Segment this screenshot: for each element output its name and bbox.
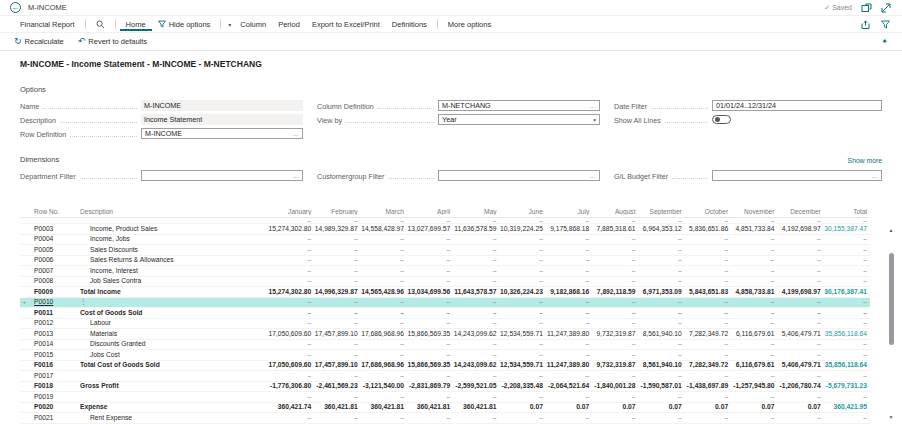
amount-cell[interactable]: 7,892,118.59 [592,287,638,298]
table-row[interactable]: P0008Job Sales Contra––––––––––––– [20,277,870,288]
amount-cell[interactable]: 12,534,559.71 [500,360,546,371]
table-row[interactable]: P0006Sales Returns & Allowances–––––––––… [20,256,870,267]
back-button[interactable]: ← [10,2,21,13]
row-definition-field[interactable]: M-INCOME … [141,128,303,139]
row-no-cell[interactable]: P0020 [34,402,80,413]
amount-cell[interactable]: 8,561,940.10 [639,360,685,371]
amount-cell[interactable]: 17,457,899.10 [314,329,360,340]
amount-cell[interactable]: -2,208,335.48 [500,381,546,392]
amount-cell[interactable]: 10,326,224.23 [500,287,546,298]
table-row[interactable]: P0013Materials17,050,609.6017,457,899.10… [20,329,870,340]
table-row[interactable]: P0020Expense360,421.74360,421.81360,421.… [20,403,870,414]
description-cell[interactable]: Sales Discounts [80,245,268,256]
row-no-cell[interactable]: P0006 [34,255,80,266]
filter-icon[interactable] [881,20,890,29]
tab-export-to-excel-print[interactable]: Export to Excel/Print [306,18,386,31]
table-row[interactable]: F0016Total Cost of Goods Sold17,050,609.… [20,361,870,372]
table-row[interactable]: P0005Sales Discounts––––––––––––– [20,245,870,256]
amount-cell[interactable]: 9,732,319.87 [592,329,638,340]
row-no-cell[interactable]: P0010 [34,297,80,308]
tab-more-options[interactable]: More options [442,18,497,31]
table-row[interactable]: P0011Cost of Goods Sold––––––––––––– [20,308,870,319]
row-no-cell[interactable]: F0018 [34,381,80,392]
description-cell[interactable]: Materials [80,329,268,340]
amount-cell[interactable]: 11,247,389.80 [546,329,592,340]
tab-period[interactable]: Period [272,18,306,31]
amount-cell[interactable]: 14,996,329.87 [314,287,360,298]
customergroup-filter-field[interactable]: … [438,170,600,181]
table-row[interactable]: P0012Labour––––––––––––– [20,319,870,330]
row-no-cell[interactable]: P0021 [34,413,80,424]
lookup-ellipsis-icon[interactable]: … [293,172,300,179]
amount-cell[interactable]: 5,836,651.86 [685,224,731,235]
row-no-cell[interactable]: P0008 [34,276,80,287]
amount-cell[interactable]: 5,843,651.83 [685,287,731,298]
row-no-cell[interactable]: F0009 [34,287,80,298]
amount-cell[interactable]: 17,686,968.96 [361,329,407,340]
amount-cell[interactable]: 13,027,699.57 [407,224,453,235]
description-cell[interactable]: Income, Product Sales [80,224,268,235]
lookup-ellipsis-icon[interactable]: … [293,130,300,137]
table-row[interactable]: P0015Jobs Cost––––––––––––– [20,350,870,361]
amount-cell[interactable]: 7,282,349.72 [685,329,731,340]
amount-cell[interactable]: 360,421.81 [407,402,453,413]
amount-cell[interactable]: 11,643,578.57 [453,287,499,298]
lookup-ellipsis-icon[interactable]: … [590,102,597,109]
amount-cell[interactable]: -1,206,780.74 [777,381,823,392]
amount-cell[interactable]: 17,050,609.60 [268,360,314,371]
amount-cell[interactable]: 0.07 [731,402,777,413]
amount-cell[interactable]: -1,776,306.80 [268,381,314,392]
amount-cell[interactable]: -1,257,945.80 [731,381,777,392]
amount-cell[interactable]: 9,175,868.18 [546,224,592,235]
table-row[interactable]: F0018Gross Profit-1,776,306.80-2,461,569… [20,382,870,393]
show-all-lines-toggle[interactable] [712,115,731,124]
total-cell[interactable]: 360,421.95 [824,402,870,413]
description-cell[interactable]: ⋮ [80,297,268,308]
amount-cell[interactable]: 6,971,353.09 [639,287,685,298]
table-row[interactable]: P0019––––––––––––– [20,392,870,403]
amount-cell[interactable]: 360,421.81 [314,402,360,413]
description-cell[interactable]: Labour [80,318,268,329]
view-by-select[interactable]: Year ▾ [438,114,600,125]
amount-cell[interactable]: 15,866,569.35 [407,329,453,340]
amount-cell[interactable]: 6,964,353.12 [639,224,685,235]
column-definition-field[interactable]: M-NETCHANG … [438,100,600,111]
department-filter-field[interactable]: … [141,170,303,181]
table-row[interactable]: P0017––––––––––––– [20,371,870,382]
resize-window-icon[interactable] [881,3,892,13]
amount-cell[interactable]: 0.07 [685,402,731,413]
table-row[interactable]: P0021Rent Expense––––––––––––– [20,413,870,424]
amount-cell[interactable]: 15,274,302.80 [268,287,314,298]
amount-cell[interactable]: -2,831,869.79 [407,381,453,392]
row-no-cell[interactable]: P0019 [34,392,80,403]
search-icon[interactable] [90,18,111,31]
row-no-cell[interactable]: P0007 [34,266,80,277]
table-row[interactable]: P0004Income, Jobs––––––––––––– [20,235,870,246]
description-cell[interactable]: Jobs Cost [80,350,268,361]
amount-cell[interactable]: 10,319,224.25 [500,224,546,235]
amount-cell[interactable]: 9,732,319.87 [592,360,638,371]
total-cell[interactable]: 30,155,387.47 [824,224,870,235]
row-no-cell[interactable]: P0017 [34,371,80,382]
amount-cell[interactable]: 17,457,899.10 [314,360,360,371]
amount-cell[interactable]: 14,243,099.62 [453,360,499,371]
gl-budget-filter-field[interactable]: … [712,170,882,181]
description-cell[interactable]: Job Sales Contra [80,276,268,287]
amount-cell[interactable]: 360,421.74 [268,402,314,413]
recalculate-button[interactable]: ↻ Recalculate [14,37,64,46]
description-cell[interactable]: Sales Returns & Allowances [80,255,268,266]
amount-cell[interactable]: 14,558,428.97 [361,224,407,235]
row-no-cell[interactable]: F0016 [34,360,80,371]
amount-cell[interactable]: 0.07 [500,402,546,413]
table-row[interactable]: P0014Discounts Granted––––––––––––– [20,340,870,351]
row-no-cell[interactable]: P0013 [34,329,80,340]
amount-cell[interactable]: 6,116,679.61 [731,360,777,371]
row-no-cell[interactable]: P0012 [34,318,80,329]
amount-cell[interactable]: -3,121,540.00 [361,381,407,392]
open-in-new-window-icon[interactable] [861,3,872,13]
amount-cell[interactable]: -2,599,521.05 [453,381,499,392]
amount-cell[interactable]: 5,406,479.71 [777,360,823,371]
table-row[interactable]: →P0010⋮––––––––––––– [20,298,870,309]
row-no-cell[interactable]: P0015 [34,350,80,361]
description-cell[interactable]: Income, Jobs [80,234,268,245]
